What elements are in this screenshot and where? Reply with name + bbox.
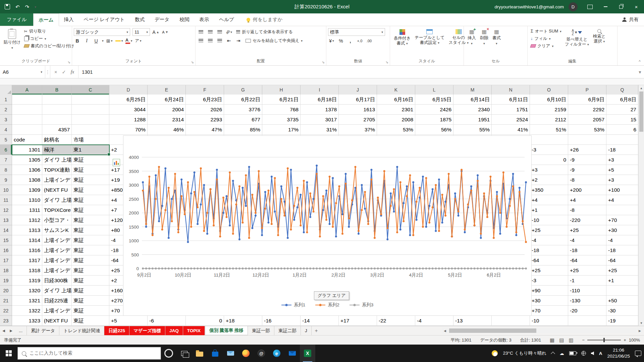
cell-M2[interactable]: 2340 <box>453 105 492 115</box>
align-left-button[interactable] <box>197 37 204 44</box>
cell-I4[interactable]: 31% <box>301 125 339 135</box>
percent-style-button[interactable]: % <box>337 37 344 44</box>
cell-O5[interactable] <box>530 135 568 145</box>
cell-E23[interactable]: -6 <box>148 316 186 326</box>
cell-J1[interactable]: 6月17日 <box>339 95 377 105</box>
cell-K4[interactable]: 53% <box>377 125 415 135</box>
align-right-button[interactable] <box>216 37 223 44</box>
cell-P8[interactable]: -9 <box>568 165 606 175</box>
tab-file[interactable]: ファイル <box>0 13 33 26</box>
cell-B11[interactable]: ダイワ 上場 <box>42 195 72 205</box>
cell-E1[interactable]: 6月24日 <box>148 95 186 105</box>
cell-Q16[interactable]: -18 <box>606 245 638 255</box>
row-header-19[interactable]: 19 <box>0 276 12 286</box>
row-header-11[interactable]: 11 <box>0 195 12 205</box>
cell-O6[interactable]: -3 <box>530 145 568 155</box>
sort-filter-button[interactable]: AZ▼ 並べ替えとフィルター ▾ <box>563 27 591 49</box>
horizontal-scrollbar[interactable]: ◀ ▶ <box>442 326 644 335</box>
cell-P9[interactable]: -8 <box>568 175 606 185</box>
cell-P23[interactable] <box>568 316 606 326</box>
increase-decimal-button[interactable]: +.0 <box>356 37 363 44</box>
cell-B13[interactable]: 小型コア・ <box>42 215 72 225</box>
row-header-13[interactable]: 13 <box>0 215 12 225</box>
restore-button[interactable] <box>613 0 629 13</box>
cell-B1[interactable] <box>42 95 72 105</box>
cell-C16[interactable]: 東証 <box>72 245 109 255</box>
cell-P11[interactable]: +4 <box>568 195 606 205</box>
name-box[interactable]: A6 ▾ <box>0 66 45 78</box>
cell-O18[interactable]: +25 <box>530 265 568 276</box>
cell-C11[interactable]: 東証 <box>72 195 109 205</box>
cell-F23[interactable]: 0 <box>186 316 224 326</box>
cell-B17[interactable]: 上場インデ <box>42 255 72 265</box>
legend-item-系列2[interactable]: 系列2 <box>315 302 339 308</box>
borders-button[interactable]: ⊞▾ <box>106 37 113 44</box>
cell-J4[interactable]: 37% <box>339 125 377 135</box>
cell-O17[interactable]: -64 <box>530 255 568 265</box>
align-middle-button[interactable] <box>207 28 214 36</box>
row-header-2[interactable]: 2 <box>0 105 12 115</box>
tab-page-layout[interactable]: ページ レイアウト <box>79 13 130 26</box>
close-button[interactable]: × <box>629 0 644 13</box>
copy-button[interactable]: コピー ▾ <box>23 35 76 42</box>
battery-icon[interactable] <box>569 351 576 355</box>
row-header-9[interactable]: 9 <box>0 175 12 185</box>
cell-Q23[interactable]: -19 <box>606 316 638 326</box>
cell-Q19[interactable]: +1 <box>606 276 638 286</box>
font-dialog-launcher-icon[interactable]: ⇘ <box>191 60 194 64</box>
tab-formulas[interactable]: 数式 <box>130 13 150 26</box>
row-header-15[interactable]: 15 <box>0 235 12 245</box>
cell-O15[interactable]: -4 <box>530 235 568 245</box>
cell-A17[interactable]: 1317 <box>12 255 42 265</box>
legend-item-系列1[interactable]: 系列1 <box>281 302 306 308</box>
cell-J23[interactable]: +17 <box>339 316 377 326</box>
cell-D23[interactable]: +5 <box>109 316 148 326</box>
cell-A18[interactable]: 1318 <box>12 265 42 276</box>
cell-B3[interactable] <box>42 115 72 125</box>
cell-A9[interactable]: 1308 <box>12 175 42 185</box>
row-header-18[interactable]: 18 <box>0 265 12 276</box>
column-header-B[interactable]: B <box>42 85 72 95</box>
align-center-button[interactable] <box>207 37 214 44</box>
taskbar-search-box[interactable]: ここに入力して検索 <box>17 347 161 360</box>
outlook-icon[interactable] <box>284 345 300 362</box>
account-email[interactable]: dryyourtearswithlove1@gmail.com <box>494 4 564 9</box>
cell-P16[interactable]: -18 <box>568 245 606 255</box>
format-painter-button[interactable]: 書式のコピー/貼り付け <box>23 42 76 50</box>
redo-icon[interactable]: ↷ <box>25 4 30 9</box>
cell-P22[interactable]: -20 <box>568 306 606 316</box>
sheet-tab-TOPIX[interactable]: TOPIX <box>183 326 205 335</box>
cell-M1[interactable]: 6月14日 <box>453 95 492 105</box>
column-header-A[interactable]: A <box>12 85 42 95</box>
cell-C21[interactable]: 東証 <box>72 296 109 306</box>
save-icon[interactable] <box>5 4 10 9</box>
cell-C23[interactable]: 東証 <box>72 316 109 326</box>
cell-N23[interactable] <box>492 316 530 326</box>
action-center-icon[interactable] <box>635 351 641 356</box>
format-cells-button[interactable]: ▦ 書式 ▾ <box>490 27 503 47</box>
decrease-decimal-button[interactable]: .00 <box>366 37 373 44</box>
conditional-formatting-button[interactable]: 条件付き書式 ▾ <box>392 27 413 48</box>
cell-L23[interactable]: -4 <box>415 316 453 326</box>
cell-O12[interactable]: +1 <box>530 205 568 215</box>
copy-dropdown-icon[interactable]: ▾ <box>45 37 46 41</box>
row-header-1[interactable]: 1 <box>0 95 12 105</box>
cell-Q22[interactable]: -30 <box>606 306 638 316</box>
number-dialog-launcher-icon[interactable]: ⇘ <box>386 60 388 64</box>
excel-taskbar-icon[interactable]: X <box>300 345 315 362</box>
cell-P2[interactable]: 2292 <box>568 105 606 115</box>
add-sheet-button[interactable]: ＋ <box>312 326 321 335</box>
cell-C14[interactable]: 東証 <box>72 225 109 235</box>
firefox-icon[interactable] <box>238 345 254 362</box>
delete-cells-button[interactable]: ▦× 削除 ▾ <box>478 27 490 47</box>
increase-indent-button[interactable]: ⇥ <box>235 37 242 44</box>
cell-C12[interactable]: 東証 <box>72 205 109 215</box>
cell-B12[interactable]: TOPIXCore <box>42 205 72 215</box>
cell-Q18[interactable]: +25 <box>606 265 638 276</box>
tab-help[interactable]: ヘルプ <box>214 13 239 26</box>
cell-B15[interactable]: 上場インデ <box>42 235 72 245</box>
cell-A19[interactable]: 1319 <box>12 276 42 286</box>
enter-formula-icon[interactable]: ✓ <box>62 69 66 75</box>
sheet-tab-個別 騰落率 推移[interactable]: 個別 騰落率 推移 <box>205 326 248 335</box>
sheet-tab-東証一部[interactable]: 東証一部 <box>248 326 274 335</box>
